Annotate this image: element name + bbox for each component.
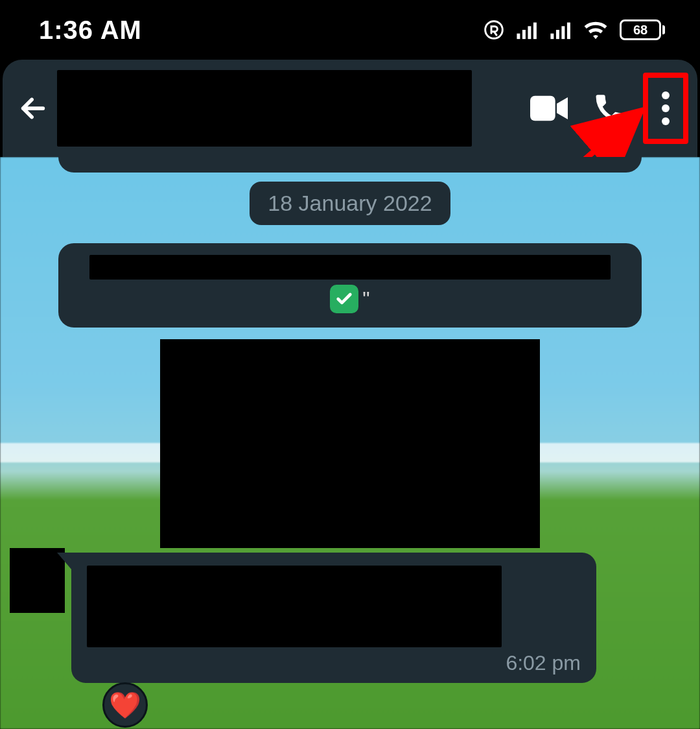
wifi-icon [583,20,608,40]
registered-icon [484,19,504,40]
signal-icon-2 [550,20,572,40]
message-reaction[interactable]: ❤️ [102,682,148,728]
svg-rect-9 [530,96,555,121]
chat-area[interactable]: 18 January 2022 " 6:02 pm ❤️ [0,157,700,729]
status-icons: 68 [484,19,665,40]
svg-rect-5 [550,34,554,40]
svg-point-0 [485,21,503,39]
video-call-button[interactable] [521,80,577,136]
bubble-tail [57,553,73,571]
encryption-text-redacted [89,255,611,280]
previous-message-partial [58,157,642,173]
encryption-text-line2: " [76,285,624,313]
svg-rect-4 [533,23,537,39]
svg-rect-3 [528,26,531,39]
status-time: 1:36 AM [39,16,142,45]
message-timestamp: 6:02 pm [87,651,581,675]
svg-rect-2 [522,30,526,39]
svg-rect-8 [567,23,570,39]
contact-name-redacted[interactable] [57,70,472,147]
encryption-suffix: " [362,287,369,311]
annotation-highlight-box [643,73,688,144]
chat-header [3,60,697,157]
checkmark-icon [330,285,358,313]
message-text-redacted [87,566,502,647]
battery-icon: 68 [620,19,665,40]
svg-rect-6 [556,30,559,39]
back-button[interactable] [14,90,52,127]
voice-call-button[interactable] [582,80,638,136]
battery-level: 68 [620,19,661,40]
media-message-redacted[interactable] [160,339,540,548]
date-separator: 18 January 2022 [250,182,450,225]
svg-rect-7 [561,26,565,39]
svg-rect-1 [517,34,520,40]
status-bar: 1:36 AM 68 [0,0,700,60]
more-options-button[interactable] [643,73,688,144]
heart-icon: ❤️ [109,690,141,721]
incoming-message-bubble[interactable]: 6:02 pm [71,553,596,683]
signal-icon [516,20,538,40]
encryption-notice[interactable]: " [58,243,642,328]
